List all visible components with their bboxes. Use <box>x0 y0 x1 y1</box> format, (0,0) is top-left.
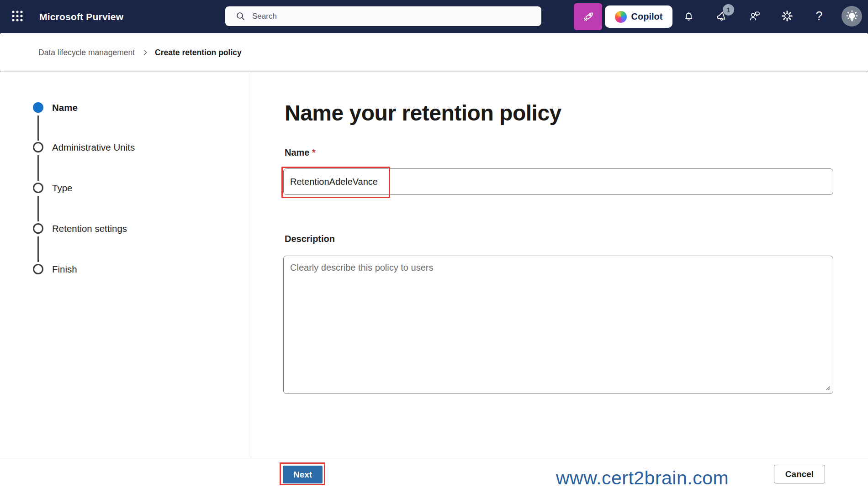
gear-icon <box>781 10 794 22</box>
name-field-label: Name * <box>285 147 316 158</box>
breadcrumb: Data lifecycle management Create retenti… <box>0 34 868 72</box>
step-connector <box>37 196 39 221</box>
breadcrumb-current: Create retention policy <box>155 48 242 58</box>
next-button-highlight-box <box>280 462 325 485</box>
bell-icon <box>683 10 695 22</box>
policy-name-input[interactable] <box>283 168 833 195</box>
global-search[interactable] <box>225 6 541 26</box>
rocket-icon <box>581 10 595 24</box>
step-label-type[interactable]: Type <box>52 183 72 194</box>
top-app-bar: Microsoft Purview Copilot <box>0 0 868 33</box>
copilot-label: Copilot <box>631 11 663 22</box>
whats-new-rocket-button[interactable] <box>574 3 602 30</box>
search-icon <box>235 11 246 21</box>
step-indicator-type[interactable] <box>33 183 43 193</box>
required-asterisk: * <box>312 147 316 157</box>
name-label-text: Name <box>285 147 309 157</box>
lightbulb-icon <box>845 9 859 24</box>
policy-description-textarea[interactable] <box>283 256 833 394</box>
step-connector <box>37 115 39 141</box>
copilot-button[interactable]: Copilot <box>605 5 672 28</box>
watermark-text: www.cert2brain.com <box>556 467 748 488</box>
feedback-icon <box>748 10 761 22</box>
step-indicator-retention-settings[interactable] <box>33 223 43 234</box>
help-icon: ? <box>815 9 822 23</box>
step-connector <box>37 155 39 181</box>
app-title: Microsoft Purview <box>39 0 123 33</box>
account-avatar[interactable] <box>842 6 862 26</box>
app-launcher-button[interactable] <box>7 6 27 26</box>
notifications-button[interactable] <box>678 6 699 26</box>
page-title: Name your retention policy <box>285 100 561 126</box>
waffle-icon <box>11 10 23 22</box>
description-field-label: Description <box>285 234 335 244</box>
step-indicator-finish[interactable] <box>33 264 43 274</box>
cancel-button[interactable]: Cancel <box>774 465 825 483</box>
step-label-retention-settings[interactable]: Retention settings <box>52 223 127 234</box>
step-indicator-name[interactable] <box>33 102 43 113</box>
notification-badge: 1 <box>723 4 734 16</box>
copilot-logo-icon <box>615 11 627 23</box>
wizard-steps-rail: Name Administrative Units Type Retention… <box>0 72 251 458</box>
purview-create-retention-policy-page: Microsoft Purview Copilot <box>0 0 868 488</box>
feedback-button[interactable] <box>745 6 765 26</box>
step-connector <box>37 236 39 262</box>
step-label-finish[interactable]: Finish <box>52 264 77 275</box>
settings-button[interactable] <box>777 6 797 26</box>
wizard-page-content: Name your retention policy Name * Descri… <box>252 72 868 458</box>
wizard-footer-bar: Next www.cert2brain.com Cancel <box>0 458 868 488</box>
search-input[interactable] <box>252 12 526 21</box>
breadcrumb-chevron-icon <box>142 49 148 56</box>
breadcrumb-parent-link[interactable]: Data lifecycle management <box>38 48 135 58</box>
step-label-name[interactable]: Name <box>52 102 78 113</box>
step-indicator-administrative-units[interactable] <box>33 142 43 152</box>
help-button[interactable]: ? <box>809 6 829 26</box>
description-label-text: Description <box>285 234 335 244</box>
step-label-administrative-units[interactable]: Administrative Units <box>52 142 135 153</box>
